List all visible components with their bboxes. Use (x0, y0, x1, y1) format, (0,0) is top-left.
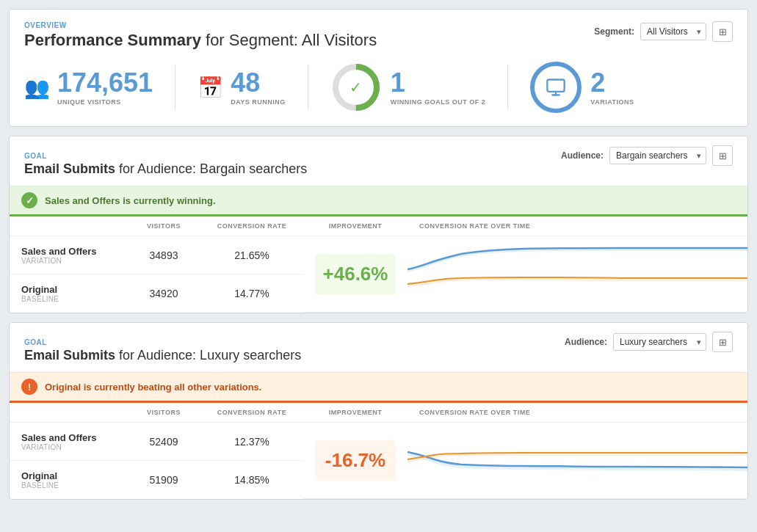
goal2-variation-conversion: 12.37% (200, 423, 303, 461)
goal1-chart-svg (408, 236, 747, 310)
goal2-data-section: VISITORS CONVERSION RATE IMPROVEMENT CON… (10, 403, 747, 499)
goal1-variation-conversion: 21.65% (200, 236, 303, 274)
goal1-col-chart: CONVERSION RATE OVER TIME (408, 216, 747, 236)
goal2-card: GOAL Email Submits for Audience: Luxury … (9, 322, 748, 500)
goal2-baseline-sub: BASELINE (21, 481, 115, 489)
goal1-improvement-value: +46.6% (315, 254, 396, 294)
goal1-variation-name: Sales and Offers (21, 246, 115, 257)
variations-label: VARIATIONS (590, 98, 634, 106)
goal2-header: GOAL Email Submits for Audience: Luxury … (10, 323, 747, 373)
segment-select[interactable]: All Visitors (640, 23, 706, 40)
goal1-col-conversion: CONVERSION RATE (200, 216, 303, 236)
divider3 (507, 65, 508, 109)
goal2-baseline-name: Original (21, 470, 115, 481)
goal1-winner-banner: ✓ Sales and Offers is currently winning. (10, 186, 747, 216)
goal1-check-icon: ✓ (21, 192, 37, 208)
goal1-expand-button[interactable]: ⊞ (712, 145, 733, 166)
goal2-label: GOAL (24, 338, 301, 346)
goal1-baseline-sub: BASELINE (21, 295, 115, 303)
goal1-chart-cell (408, 236, 747, 313)
goal1-variation-sub: VARIATION (21, 257, 115, 265)
goal2-audience-select-wrapper[interactable]: Luxury searchers (613, 333, 706, 351)
days-running-value: 48 (231, 70, 286, 96)
winning-goals-block: ✓ 1 WINNING GOALS OUT OF 2 (330, 62, 486, 113)
unique-visitors-block: 👥 174,651 UNIQUE VISITORS (24, 70, 153, 106)
segment-selector: Segment: All Visitors ⊞ (594, 21, 733, 42)
goal1-baseline-conversion: 14.77% (200, 274, 303, 313)
days-running-block: 📅 48 DAYS RUNNING (198, 70, 286, 106)
check-icon: ✓ (349, 79, 362, 96)
goal1-audience-select-wrapper[interactable]: Bargain searchers (609, 147, 706, 164)
goal1-banner-text: Sales and Offers is currently winning. (45, 195, 216, 206)
goal1-col-visitors: VISITORS (127, 216, 200, 236)
visitors-icon: 👥 (24, 76, 50, 100)
svg-rect-2 (548, 80, 565, 92)
variations-value: 2 (590, 70, 634, 96)
variations-circle (530, 62, 582, 113)
goal2-banner-text: Original is currently beating all other … (45, 382, 261, 393)
goal1-label: GOAL (24, 152, 307, 160)
segment-select-wrapper[interactable]: All Visitors (640, 23, 706, 40)
goal2-row-variation: Sales and Offers VARIATION 52409 12.37% … (10, 423, 747, 461)
summary-metrics: 👥 174,651 UNIQUE VISITORS 📅 48 DAYS RUNN… (24, 62, 733, 113)
goal1-table: VISITORS CONVERSION RATE IMPROVEMENT CON… (10, 216, 747, 313)
goal1-card: GOAL Email Submits for Audience: Bargain… (9, 136, 748, 313)
goal2-variation-visitors: 52409 (127, 423, 200, 461)
goal1-audience-select[interactable]: Bargain searchers (609, 147, 706, 164)
goal2-baseline-visitors: 51909 (127, 461, 200, 499)
goal2-improvement-value: -16.7% (315, 440, 396, 481)
goal1-improvement-cell: +46.6% (303, 236, 408, 313)
goal2-col-conversion: CONVERSION RATE (200, 403, 303, 423)
goal2-expand-button[interactable]: ⊞ (712, 332, 733, 352)
days-running-label: DAYS RUNNING (231, 98, 286, 106)
variations-block: 2 VARIATIONS (530, 62, 634, 113)
winning-goals-label: WINNING GOALS OUT OF 2 (391, 98, 486, 106)
divider1 (175, 65, 175, 109)
goal1-col-improvement: IMPROVEMENT (303, 216, 408, 236)
goal2-variation-sub: VARIATION (21, 443, 115, 451)
goal2-variation-name: Sales and Offers (21, 432, 115, 443)
goal1-data-section: VISITORS CONVERSION RATE IMPROVEMENT CON… (10, 216, 747, 313)
goal2-winner-banner: ! Original is currently beating all othe… (10, 373, 747, 403)
goal2-col-visitors: VISITORS (127, 403, 200, 423)
goal2-baseline-conversion: 14.85% (200, 461, 303, 499)
unique-visitors-value: 174,651 (57, 70, 153, 96)
goal2-chart-cell (408, 423, 747, 499)
segment-label: Segment: (594, 26, 634, 37)
segment-expand-button[interactable]: ⊞ (712, 21, 733, 42)
goal1-audience-selector: Audience: Bargain searchers ⊞ (561, 145, 733, 166)
goal2-audience-label: Audience: (565, 337, 607, 347)
unique-visitors-label: UNIQUE VISITORS (57, 98, 153, 106)
goal1-variation-visitors: 34893 (127, 236, 200, 274)
goal1-audience-label: Audience: (561, 150, 604, 161)
goal2-title: Email Submits for Audience: Luxury searc… (24, 348, 301, 363)
goal2-warning-icon: ! (21, 379, 37, 395)
divider2 (308, 65, 308, 109)
goal2-audience-selector: Audience: Luxury searchers ⊞ (565, 332, 733, 352)
goal2-col-chart: CONVERSION RATE OVER TIME (408, 403, 747, 423)
calendar-icon: 📅 (198, 76, 223, 100)
donut-chart: ✓ (330, 62, 382, 113)
goal2-table: VISITORS CONVERSION RATE IMPROVEMENT CON… (10, 403, 747, 499)
goal2-improvement-cell: -16.7% (303, 423, 408, 499)
goal1-header: GOAL Email Submits for Audience: Bargain… (10, 136, 747, 186)
winning-goals-value: 1 (391, 70, 486, 96)
goal1-title: Email Submits for Audience: Bargain sear… (24, 161, 307, 177)
goal2-audience-select[interactable]: Luxury searchers (613, 333, 706, 351)
goal2-chart-svg (408, 423, 747, 496)
goal1-baseline-name: Original (21, 284, 115, 295)
summary-card: OVERVIEW Performance Summary for Segment… (9, 9, 748, 127)
goal1-baseline-visitors: 34920 (127, 274, 200, 313)
goal2-col-improvement: IMPROVEMENT (303, 403, 408, 423)
goal1-row-variation: Sales and Offers VARIATION 34893 21.65% … (10, 236, 747, 274)
